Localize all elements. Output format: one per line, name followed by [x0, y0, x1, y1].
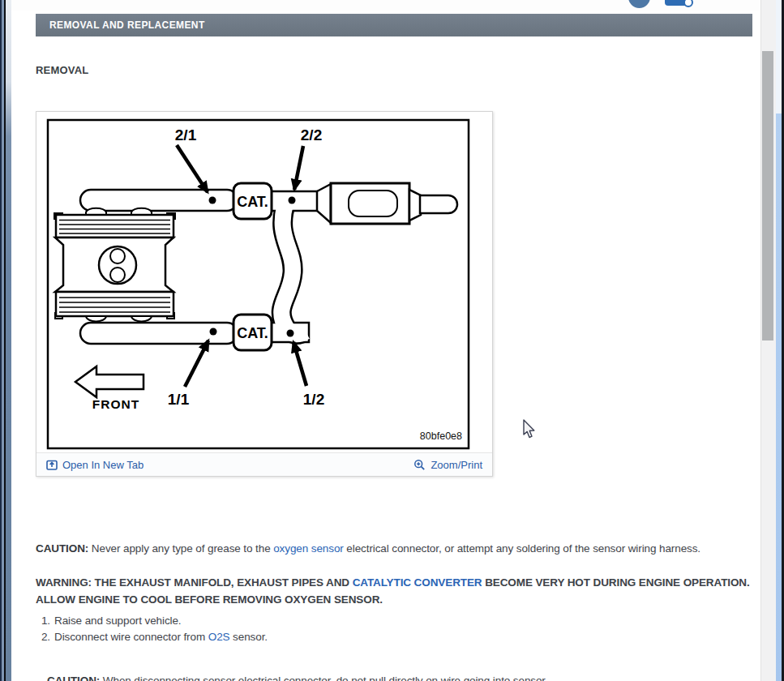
o2s-link[interactable]: O2S — [208, 631, 230, 643]
step-2: 2. Disconnect wire connector from O2S se… — [38, 629, 268, 645]
step-text: Raise and support vehicle. — [54, 613, 182, 629]
outer-scrollbar-track[interactable] — [775, 0, 782, 681]
open-in-new-tab-icon — [46, 459, 58, 470]
top-toolbar — [11, 0, 760, 11]
article-content: REMOVAL AND REPLACEMENT REMOVAL — [11, 11, 760, 681]
step-number: 1. — [38, 613, 50, 629]
page-title: REMOVAL AND REPLACEMENT — [49, 19, 205, 31]
procedure-steps: 1. Raise and support vehicle. 2. Disconn… — [38, 613, 268, 645]
exhaust-system-diagram[interactable]: CAT. CAT. 2/1 2/2 1/1 1/2 FRONT 80bfe0e8 — [46, 118, 470, 450]
cat-label-bottom: CAT. — [237, 325, 268, 341]
zoom-print-icon — [413, 459, 426, 471]
section-header-bar: REMOVAL AND REPLACEMENT — [36, 14, 752, 36]
caution-label: CAUTION: — [36, 542, 88, 555]
front-label: FRONT — [92, 397, 139, 411]
removal-heading: REMOVAL — [36, 64, 88, 76]
printer-badge-icon — [683, 0, 693, 7]
zoom-print-label: Zoom/Print — [431, 459, 482, 471]
scrollbar-thumb[interactable] — [762, 51, 773, 340]
oxygen-sensor-link[interactable]: oxygen sensor — [273, 542, 344, 555]
cat-label-top: CAT. — [237, 194, 268, 210]
figure-code: 80bfe0e8 — [420, 430, 462, 442]
warning-text-pre: WARNING: THE EXHAUST MANIFOLD, EXHAUST P… — [36, 576, 353, 589]
step-number: 2. — [38, 629, 50, 645]
caution-connector: CAUTION: When disconnecting sensor elect… — [47, 673, 765, 681]
user-avatar-icon[interactable] — [628, 0, 650, 8]
callout-1-1: 1/1 — [168, 391, 190, 408]
caution-text-post: electrical connector, or attempt any sol… — [344, 542, 700, 555]
callout-1-2: 1/2 — [303, 391, 324, 408]
figure-card: CAT. CAT. 2/1 2/2 1/1 1/2 FRONT 80bfe0e8 — [36, 111, 493, 477]
open-in-new-tab-link[interactable]: Open In New Tab — [46, 459, 144, 471]
caution-grease: CAUTION: Never apply any type of grease … — [36, 541, 753, 557]
step-text: Disconnect wire connector from O2S senso… — [54, 629, 268, 645]
figure-footer: Open In New Tab Zoom/Print — [36, 452, 492, 476]
caution-text: When disconnecting sensor electrical con… — [100, 675, 547, 681]
caution-text-pre: Never apply any type of grease to the — [88, 542, 273, 555]
outer-scrollbar-thumb[interactable] — [775, 114, 782, 681]
warning-hot-exhaust: WARNING: THE EXHAUST MANIFOLD, EXHAUST P… — [36, 574, 753, 608]
callout-2-2: 2/2 — [301, 126, 322, 143]
catalytic-converter-link[interactable]: CATALYTIC CONVERTER — [353, 576, 482, 589]
window-left-frame — [6, 0, 11, 681]
step-1: 1. Raise and support vehicle. — [38, 613, 268, 629]
open-in-new-tab-label: Open In New Tab — [62, 459, 144, 471]
callout-2-1: 2/1 — [175, 126, 197, 143]
zoom-print-link[interactable]: Zoom/Print — [413, 459, 482, 471]
caution-label: CAUTION: — [47, 675, 100, 681]
